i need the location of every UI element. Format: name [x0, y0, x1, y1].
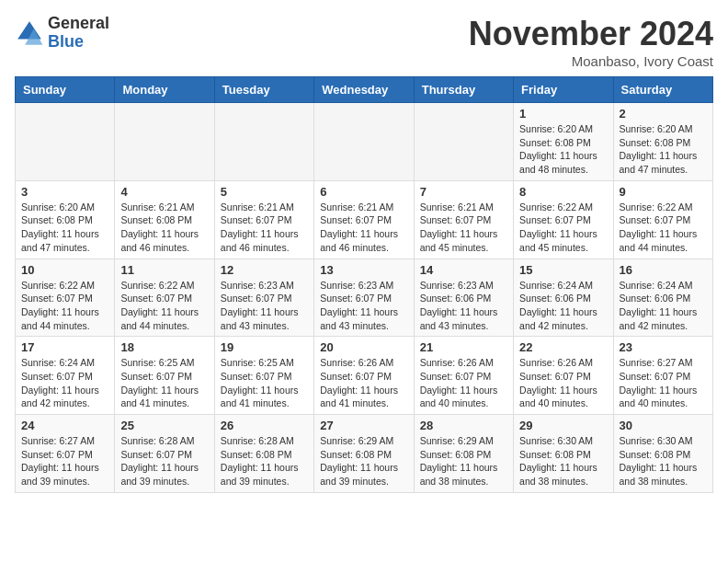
day-info: Sunrise: 6:24 AM Sunset: 6:06 PM Dayligh…	[620, 279, 707, 333]
weekday-header: Wednesday	[314, 77, 414, 103]
weekday-header: Friday	[514, 77, 613, 103]
day-info: Sunrise: 6:22 AM Sunset: 6:07 PM Dayligh…	[21, 279, 108, 333]
day-info: Sunrise: 6:27 AM Sunset: 6:07 PM Dayligh…	[620, 356, 707, 410]
day-number: 19	[221, 340, 308, 354]
calendar-day-cell	[214, 103, 313, 181]
calendar-day-cell: 14Sunrise: 6:23 AM Sunset: 6:06 PM Dayli…	[414, 259, 513, 337]
day-info: Sunrise: 6:23 AM Sunset: 6:07 PM Dayligh…	[221, 279, 308, 333]
day-info: Sunrise: 6:24 AM Sunset: 6:06 PM Dayligh…	[519, 279, 607, 333]
day-info: Sunrise: 6:30 AM Sunset: 6:08 PM Dayligh…	[519, 434, 607, 488]
day-info: Sunrise: 6:21 AM Sunset: 6:08 PM Dayligh…	[120, 201, 208, 255]
logo-general: General	[48, 15, 109, 33]
day-info: Sunrise: 6:26 AM Sunset: 6:07 PM Dayligh…	[320, 356, 407, 410]
logo-text: General Blue	[48, 15, 109, 52]
day-number: 15	[519, 263, 607, 277]
logo: General Blue	[15, 15, 109, 52]
calendar-week-row: 24Sunrise: 6:27 AM Sunset: 6:07 PM Dayli…	[16, 415, 713, 493]
weekday-header: Monday	[115, 77, 214, 103]
calendar-day-cell: 26Sunrise: 6:28 AM Sunset: 6:08 PM Dayli…	[214, 415, 313, 493]
calendar-day-cell: 1Sunrise: 6:20 AM Sunset: 6:08 PM Daylig…	[514, 103, 613, 181]
calendar-day-cell: 23Sunrise: 6:27 AM Sunset: 6:07 PM Dayli…	[613, 337, 712, 415]
calendar-day-cell: 19Sunrise: 6:25 AM Sunset: 6:07 PM Dayli…	[214, 337, 313, 415]
day-info: Sunrise: 6:21 AM Sunset: 6:07 PM Dayligh…	[320, 201, 407, 255]
calendar-day-cell: 20Sunrise: 6:26 AM Sunset: 6:07 PM Dayli…	[314, 337, 414, 415]
day-info: Sunrise: 6:20 AM Sunset: 6:08 PM Dayligh…	[519, 122, 607, 177]
day-info: Sunrise: 6:21 AM Sunset: 6:07 PM Dayligh…	[221, 201, 308, 255]
day-number: 5	[221, 185, 308, 199]
day-number: 10	[21, 263, 108, 277]
day-info: Sunrise: 6:26 AM Sunset: 6:07 PM Dayligh…	[519, 356, 607, 410]
calendar-day-cell: 7Sunrise: 6:21 AM Sunset: 6:07 PM Daylig…	[414, 180, 513, 259]
calendar-day-cell: 8Sunrise: 6:22 AM Sunset: 6:07 PM Daylig…	[514, 180, 613, 259]
day-number: 28	[420, 419, 507, 432]
calendar-day-cell: 11Sunrise: 6:22 AM Sunset: 6:07 PM Dayli…	[115, 259, 214, 337]
calendar-day-cell: 21Sunrise: 6:26 AM Sunset: 6:07 PM Dayli…	[414, 337, 513, 415]
weekday-header: Saturday	[613, 77, 712, 103]
day-number: 13	[320, 263, 407, 277]
day-info: Sunrise: 6:20 AM Sunset: 6:08 PM Dayligh…	[620, 122, 707, 177]
day-number: 23	[620, 340, 707, 354]
calendar-day-cell: 16Sunrise: 6:24 AM Sunset: 6:06 PM Dayli…	[613, 259, 712, 337]
logo-icon	[15, 18, 44, 48]
calendar-week-row: 10Sunrise: 6:22 AM Sunset: 6:07 PM Dayli…	[16, 259, 713, 337]
day-number: 26	[221, 419, 308, 432]
calendar-day-cell: 30Sunrise: 6:30 AM Sunset: 6:08 PM Dayli…	[613, 415, 712, 493]
day-info: Sunrise: 6:29 AM Sunset: 6:08 PM Dayligh…	[420, 434, 507, 488]
day-number: 22	[519, 340, 607, 354]
day-number: 6	[320, 185, 407, 199]
logo-blue: Blue	[48, 33, 109, 52]
calendar-day-cell: 18Sunrise: 6:25 AM Sunset: 6:07 PM Dayli…	[115, 337, 214, 415]
calendar-day-cell: 3Sunrise: 6:20 AM Sunset: 6:08 PM Daylig…	[16, 180, 115, 259]
calendar-day-cell: 17Sunrise: 6:24 AM Sunset: 6:07 PM Dayli…	[16, 337, 115, 415]
day-number: 7	[420, 185, 507, 199]
month-title: November 2024	[469, 15, 713, 53]
day-number: 1	[519, 107, 607, 121]
day-info: Sunrise: 6:29 AM Sunset: 6:08 PM Dayligh…	[320, 434, 407, 488]
day-info: Sunrise: 6:25 AM Sunset: 6:07 PM Dayligh…	[120, 356, 208, 410]
calendar-day-cell: 29Sunrise: 6:30 AM Sunset: 6:08 PM Dayli…	[514, 415, 613, 493]
calendar-header-row: SundayMondayTuesdayWednesdayThursdayFrid…	[16, 77, 713, 103]
calendar-day-cell: 13Sunrise: 6:23 AM Sunset: 6:07 PM Dayli…	[314, 259, 414, 337]
day-info: Sunrise: 6:28 AM Sunset: 6:07 PM Dayligh…	[120, 434, 208, 488]
day-number: 4	[120, 185, 208, 199]
calendar-day-cell	[115, 103, 214, 181]
day-number: 30	[620, 419, 707, 432]
day-info: Sunrise: 6:22 AM Sunset: 6:07 PM Dayligh…	[519, 201, 607, 255]
calendar-day-cell: 15Sunrise: 6:24 AM Sunset: 6:06 PM Dayli…	[514, 259, 613, 337]
calendar-day-cell: 9Sunrise: 6:22 AM Sunset: 6:07 PM Daylig…	[613, 180, 712, 259]
location-title: Moanbaso, Ivory Coast	[469, 53, 713, 69]
day-number: 14	[420, 263, 507, 277]
day-info: Sunrise: 6:26 AM Sunset: 6:07 PM Dayligh…	[420, 356, 507, 410]
day-info: Sunrise: 6:22 AM Sunset: 6:07 PM Dayligh…	[620, 201, 707, 255]
calendar-day-cell: 10Sunrise: 6:22 AM Sunset: 6:07 PM Dayli…	[16, 259, 115, 337]
day-number: 9	[620, 185, 707, 199]
day-number: 8	[519, 185, 607, 199]
calendar-day-cell: 4Sunrise: 6:21 AM Sunset: 6:08 PM Daylig…	[115, 180, 214, 259]
day-number: 21	[420, 340, 507, 354]
calendar-table: SundayMondayTuesdayWednesdayThursdayFrid…	[15, 76, 713, 493]
weekday-header: Sunday	[16, 77, 115, 103]
calendar-day-cell: 6Sunrise: 6:21 AM Sunset: 6:07 PM Daylig…	[314, 180, 414, 259]
calendar-week-row: 3Sunrise: 6:20 AM Sunset: 6:08 PM Daylig…	[16, 180, 713, 259]
day-number: 12	[221, 263, 308, 277]
day-info: Sunrise: 6:30 AM Sunset: 6:08 PM Dayligh…	[620, 434, 707, 488]
calendar-day-cell: 28Sunrise: 6:29 AM Sunset: 6:08 PM Dayli…	[414, 415, 513, 493]
day-number: 27	[320, 419, 407, 432]
day-number: 2	[620, 107, 707, 121]
day-number: 16	[620, 263, 707, 277]
day-info: Sunrise: 6:20 AM Sunset: 6:08 PM Dayligh…	[21, 201, 108, 255]
day-info: Sunrise: 6:24 AM Sunset: 6:07 PM Dayligh…	[21, 356, 108, 410]
calendar-day-cell: 22Sunrise: 6:26 AM Sunset: 6:07 PM Dayli…	[514, 337, 613, 415]
day-info: Sunrise: 6:21 AM Sunset: 6:07 PM Dayligh…	[420, 201, 507, 255]
day-number: 24	[21, 419, 108, 432]
page-header: General Blue November 2024 Moanbaso, Ivo…	[15, 15, 713, 69]
calendar-day-cell	[16, 103, 115, 181]
calendar-day-cell: 27Sunrise: 6:29 AM Sunset: 6:08 PM Dayli…	[314, 415, 414, 493]
calendar-day-cell: 2Sunrise: 6:20 AM Sunset: 6:08 PM Daylig…	[613, 103, 712, 181]
day-info: Sunrise: 6:23 AM Sunset: 6:06 PM Dayligh…	[420, 279, 507, 333]
calendar-day-cell	[414, 103, 513, 181]
calendar-day-cell: 25Sunrise: 6:28 AM Sunset: 6:07 PM Dayli…	[115, 415, 214, 493]
calendar-day-cell: 5Sunrise: 6:21 AM Sunset: 6:07 PM Daylig…	[214, 180, 313, 259]
day-number: 18	[120, 340, 208, 354]
day-info: Sunrise: 6:28 AM Sunset: 6:08 PM Dayligh…	[221, 434, 308, 488]
